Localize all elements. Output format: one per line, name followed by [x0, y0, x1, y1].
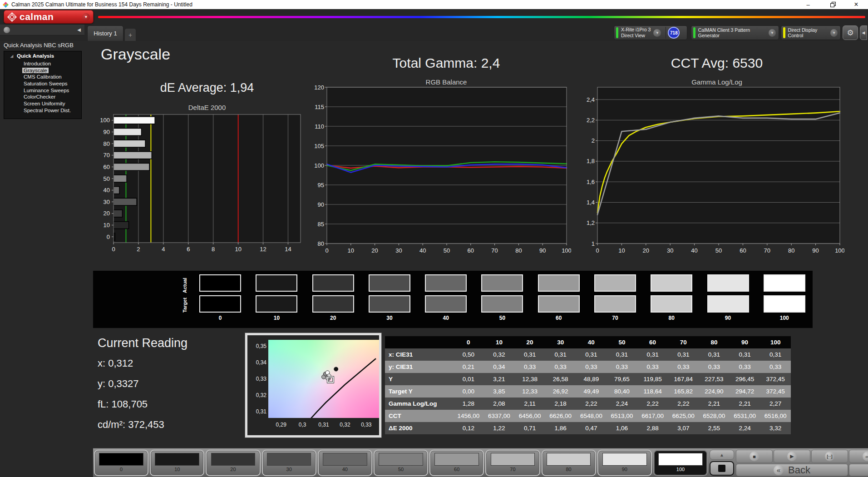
table-cell: 118,64 — [637, 388, 668, 395]
column-header: 70 — [668, 339, 699, 346]
calman-diamond-icon — [3, 2, 9, 8]
pattern-level-button-20[interactable]: 20 — [206, 450, 260, 476]
current-reading-panel: Current Reading x: 0,312 y: 0,3327 fL: 1… — [98, 336, 187, 439]
table-cell: 167,84 — [668, 376, 699, 383]
table-cell: 2,24 — [730, 425, 760, 432]
pattern-swatch — [155, 453, 199, 466]
rgb-balance-line-chart: 8085909510010511011512001020304050607080… — [311, 84, 571, 257]
back-button[interactable]: « Back — [736, 464, 848, 476]
pattern-level-button-80[interactable]: 80 — [542, 450, 596, 476]
pattern-level-button-90[interactable]: 90 — [597, 450, 652, 476]
window-pattern-button[interactable] — [710, 461, 734, 476]
chevron-down-icon[interactable]: ▼ — [769, 29, 776, 37]
up-arrow-icon[interactable]: ▲ — [710, 450, 734, 460]
pattern-generator-dropdown[interactable]: CalMAN Client 3 Pattern Generator ▼ — [691, 25, 779, 40]
pattern-level-button-70[interactable]: 70 — [485, 450, 540, 476]
pattern-level-button-100[interactable]: 100 — [653, 450, 708, 476]
divider — [666, 27, 666, 39]
table-cell: 26,92 — [545, 388, 576, 395]
display-control-dropdown[interactable]: Direct Display Control ▼ — [781, 25, 841, 40]
sidebar-item-luminance-sweeps[interactable]: Luminance Sweeps — [4, 87, 81, 94]
tree-root-quick-analysis[interactable]: ◢ Quick Analysis — [4, 53, 81, 60]
table-cell: 2,11 — [514, 400, 545, 407]
pattern-level-button-30[interactable]: 30 — [262, 450, 316, 476]
gray-level-label: 50 — [499, 315, 505, 321]
calman-menu-button[interactable]: calman ▼ — [4, 10, 94, 24]
svg-text:90: 90 — [318, 201, 324, 208]
table-cell: 2,21 — [699, 400, 730, 407]
column-header: 50 — [607, 339, 637, 346]
sidebar-collapse-icon[interactable]: ◀ — [77, 27, 81, 32]
svg-text:90: 90 — [812, 247, 819, 254]
gray-level-column-60: 60 — [531, 271, 587, 328]
row-label: Target Y — [385, 388, 453, 395]
frame-icon-button[interactable]: [··] — [811, 450, 848, 463]
chevron-down-icon[interactable]: ▼ — [830, 29, 838, 37]
sidebar-item-spectral-power-dist-[interactable]: Spectral Power Dist. — [4, 107, 81, 114]
pattern-swatch — [547, 453, 591, 466]
gear-icon[interactable]: ⚙ — [843, 25, 858, 40]
right-panel-collapse-icon[interactable]: ◀ — [860, 25, 867, 40]
table-row: ΔE 20000,121,220,711,860,471,062,883,072… — [385, 422, 791, 434]
actual-swatch — [481, 274, 523, 292]
actual-swatch — [312, 274, 354, 292]
sidebar-item-introduction[interactable]: Introduction — [4, 60, 81, 67]
pattern-generator-label: CalMAN Client 3 Pattern Generator — [698, 27, 769, 38]
column-header: 30 — [545, 339, 576, 346]
gray-level-label: 30 — [386, 315, 392, 321]
table-cell: 26,58 — [545, 376, 576, 383]
table-row: y: CIE310,210,340,330,330,330,330,330,33… — [385, 361, 791, 373]
actual-swatch — [425, 274, 467, 292]
chevron-down-icon[interactable]: ▼ — [653, 29, 661, 37]
table-cell: 0,21 — [453, 363, 484, 370]
stop-icon-button[interactable]: ■ — [736, 450, 773, 463]
play-icon-button[interactable]: ▶ — [774, 450, 810, 463]
svg-text:95: 95 — [318, 182, 324, 189]
infinity-icon-button[interactable]: ∞ — [849, 450, 868, 463]
svg-text:110: 110 — [315, 123, 324, 130]
actual-swatch — [651, 274, 692, 292]
sidebar-item-cms-calibration[interactable]: CMS Calibration — [4, 74, 81, 80]
pattern-level-button-10[interactable]: 10 — [150, 450, 204, 476]
table-cell: 0,01 — [453, 376, 484, 383]
table-cell: 2,22 — [576, 400, 607, 407]
meter-count-badge[interactable]: 718 — [668, 27, 680, 39]
svg-text:4: 4 — [162, 246, 165, 253]
column-header: 20 — [514, 339, 545, 346]
sidebar-item-grayscale[interactable]: Grayscale — [4, 67, 81, 74]
minimize-icon[interactable]: – — [798, 0, 818, 9]
panel-knob-icon[interactable] — [4, 27, 10, 33]
reading-y: y: 0,3327 — [98, 378, 187, 390]
sidebar-item-screen-uniformity[interactable]: Screen Uniformity — [4, 100, 81, 107]
svg-text:10: 10 — [348, 247, 354, 254]
deltae-chart-title: DeltaE 2000 — [116, 104, 298, 111]
meter-dropdown[interactable]: X-Rite i1Pro 3 Direct View ▼ 718 — [614, 25, 687, 40]
back-label: Back — [788, 464, 810, 476]
reading-cdm2: cd/m²: 372,453 — [98, 419, 187, 431]
gray-level-label: 80 — [669, 315, 675, 321]
table-cell: 3,21 — [484, 376, 515, 383]
sidebar-item-colorchecker[interactable]: ColorChecker — [4, 94, 81, 100]
pattern-level-button-40[interactable]: 40 — [318, 450, 372, 476]
table-header-row: 0102030405060708090100 — [385, 336, 791, 348]
add-tab-button[interactable]: + — [124, 28, 136, 41]
pattern-level-button-60[interactable]: 60 — [429, 450, 484, 476]
sidebar-item-saturation-sweeps[interactable]: Saturation Sweeps — [4, 80, 81, 87]
pattern-swatch — [602, 453, 647, 466]
maximize-restore-icon[interactable] — [823, 0, 843, 9]
table-cell: 1,06 — [607, 425, 637, 432]
svg-text:10: 10 — [618, 247, 625, 254]
table-cell: 0,31 — [576, 351, 607, 358]
close-icon[interactable]: × — [846, 0, 866, 9]
table-cell: 1,22 — [484, 425, 515, 432]
table-cell: 6516,00 — [760, 412, 791, 419]
target-swatch — [256, 295, 297, 313]
pattern-level-button-50[interactable]: 50 — [374, 450, 428, 476]
next-button[interactable]: Next » — [849, 464, 868, 476]
table-cell: 6625,00 — [668, 412, 699, 419]
pattern-level-button-0[interactable]: 0 — [94, 450, 148, 476]
svg-text:20: 20 — [643, 247, 649, 254]
logo-dropdown-arrow-icon[interactable]: ▼ — [82, 13, 90, 21]
tree-expander-icon[interactable]: ◢ — [10, 54, 13, 58]
tab-history-1[interactable]: History 1 — [87, 25, 123, 41]
